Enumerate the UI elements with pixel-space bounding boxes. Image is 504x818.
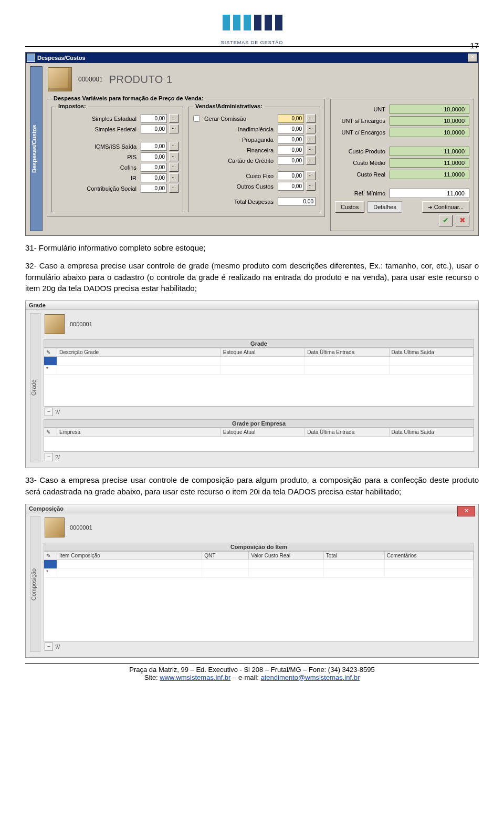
footer-site-link[interactable]: www.wmsistemas.inf.br [160, 674, 230, 681]
col-item: Item Composição [57, 552, 202, 560]
grid-grade-empresa[interactable]: ✎ Empresa Estoque Atual Data Última Entr… [44, 428, 474, 452]
row-propaganda: Propaganda0,00··· [193, 135, 316, 144]
group-legend-vendas: Vendas/Administrativas: [193, 103, 265, 109]
tab-detalhes[interactable]: Detalhes [368, 201, 402, 213]
row-simples-estadual: Simples Estadual0,00··· [56, 114, 178, 123]
delete-row-button[interactable]: − [45, 643, 53, 651]
label: Simples Estadual [56, 116, 139, 122]
vertical-tab-despesas[interactable]: Despesas/Custos [30, 66, 43, 231]
input-custo-fixo[interactable]: 0,00 [278, 171, 304, 180]
cancel-button[interactable]: ✖ [456, 215, 469, 226]
col-ult-entrada: Data Última Entrada [305, 348, 389, 356]
col-total: Total [324, 552, 385, 560]
group-despesas-variaveis: Despesas Variáveis para formação de Preç… [47, 99, 325, 217]
label: Financeira [193, 147, 276, 153]
row-cofins: Cofins0,00··· [56, 163, 178, 172]
input-cartao-credito[interactable]: 0,00 [278, 156, 304, 165]
product-header: 0000001 PRODUTO 1 [47, 66, 474, 96]
value: 10,0000 [390, 116, 469, 126]
svg-rect-4 [265, 15, 272, 30]
vertical-tab-grade[interactable]: Grade [30, 313, 40, 462]
svg-rect-5 [275, 15, 282, 30]
label: Ref. Mínimo [335, 190, 385, 196]
lookup-button[interactable]: ··· [169, 173, 178, 182]
value: 11,000 [390, 189, 469, 198]
readout-unt-s-encargos: UNT s/ Encargos10,0000 [335, 116, 469, 126]
group-readouts: UNT10,0000 UNT s/ Encargos10,0000 UNT c/… [330, 99, 474, 231]
input-contrib-social[interactable]: 0,00 [141, 184, 167, 193]
input-financeira[interactable]: 0,00 [278, 146, 304, 154]
label: IR [56, 175, 139, 181]
grid-header: ✎ Item Composição QNT Valor Custo Real T… [44, 552, 474, 560]
input-inadimplencia[interactable]: 0,00 [278, 125, 304, 133]
input-propaganda[interactable]: 0,00 [278, 135, 304, 144]
product-icon [45, 314, 65, 334]
readout-ref-minimo: Ref. Mínimo11,000 [335, 189, 469, 198]
checkbox-gerar-comissao[interactable] [193, 115, 200, 122]
rowmarker-col: ✎ [44, 428, 57, 436]
row-pis: PIS0,00··· [56, 152, 178, 161]
row-cartao-credito: Cartão de Crédito0,00··· [193, 156, 316, 165]
row-ir: IR0,00··· [56, 173, 178, 182]
footer-line1: Praça da Matriz, 99 – Ed. Executivo - Sl… [25, 666, 479, 674]
input-icms-iss[interactable]: 0,00 [141, 142, 167, 151]
label: Outros Custos [193, 183, 276, 190]
row-inadimplencia: Inadimplência0,00··· [193, 125, 316, 133]
svg-rect-3 [254, 15, 261, 30]
lookup-button[interactable]: ··· [169, 184, 178, 193]
input-ir[interactable]: 0,00 [141, 173, 167, 182]
logo-subtitle: SISTEMAS DE GESTÃO [25, 40, 479, 45]
arrow-right-icon: ➔ [428, 204, 432, 210]
group-legend-impostos: Impostos: [56, 103, 88, 109]
input-simples-estadual[interactable]: 0,00 [141, 114, 167, 123]
lookup-button[interactable]: ··· [306, 125, 316, 133]
table-row[interactable]: * [44, 569, 474, 578]
input-simples-federal[interactable]: 0,00 [141, 125, 167, 133]
lookup-button[interactable]: ··· [169, 114, 178, 123]
product-code: 0000001 [78, 76, 103, 83]
input-cofins[interactable]: 0,00 [141, 163, 167, 172]
lookup-button[interactable]: ··· [169, 142, 178, 151]
footer-line2: Site: www.wmsistemas.inf.br – e-mail: at… [25, 674, 479, 681]
label: UNT [335, 106, 385, 112]
label: ICMS/ISS Saída [56, 143, 139, 150]
delete-row-button[interactable]: − [45, 453, 53, 461]
lookup-button[interactable]: ··· [169, 152, 178, 161]
footer-email-link[interactable]: atendimento@wmsistemas.inf.br [261, 674, 360, 681]
col-custo-real: Valor Custo Real [249, 552, 324, 560]
product-icon [48, 67, 72, 91]
table-row[interactable] [44, 560, 474, 569]
lookup-button[interactable]: ··· [306, 146, 316, 154]
vertical-tab-composicao[interactable]: Composição [30, 516, 40, 652]
header-divider [25, 46, 479, 47]
product-header: 0000001 [44, 313, 474, 337]
delete-row-button[interactable]: − [45, 408, 53, 416]
lookup-button[interactable]: ··· [169, 163, 178, 172]
readout-custo-medio: Custo Médio11,0000 [335, 158, 469, 168]
input-pis[interactable]: 0,00 [141, 152, 167, 161]
lookup-button[interactable]: ··· [306, 171, 316, 180]
lookup-button[interactable]: ··· [306, 135, 316, 144]
lookup-button[interactable]: ··· [169, 125, 178, 133]
lookup-button[interactable]: ··· [306, 156, 316, 165]
label: Continuar... [434, 204, 464, 210]
input-gerar-comissao[interactable]: 0,00 [278, 114, 304, 123]
label: Gerar Comissão [204, 116, 246, 122]
confirm-button[interactable]: ✔ [439, 215, 453, 226]
table-row[interactable]: * [44, 366, 474, 375]
table-row[interactable] [44, 357, 474, 366]
lookup-button[interactable]: ··· [306, 114, 316, 123]
label: Contribuição Social [56, 185, 139, 192]
row-total: Total Despesas0,00 [193, 197, 316, 206]
close-icon[interactable]: ✕ [457, 506, 475, 516]
grid-composicao[interactable]: ✎ Item Composição QNT Valor Custo Real T… [44, 551, 474, 641]
grid-grade[interactable]: ✎ Descrição Grade Estoque Atual Data Últ… [44, 348, 474, 407]
paragraph-33: 33- Caso a empresa precise usar controle… [25, 474, 479, 498]
continuar-button[interactable]: ➔Continuar... [422, 201, 469, 213]
lookup-button[interactable]: ··· [306, 182, 316, 191]
label: Site: [144, 674, 160, 681]
close-icon[interactable]: × [468, 54, 477, 62]
input-outros-custos[interactable]: 0,00 [278, 182, 304, 191]
tab-custos[interactable]: Custos [335, 201, 364, 213]
product-code: 0000001 [70, 524, 92, 531]
